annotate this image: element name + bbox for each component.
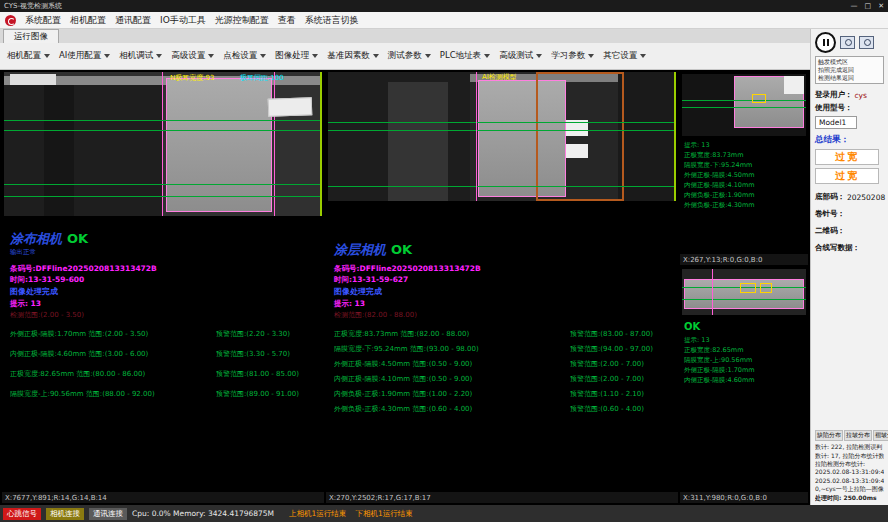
pause-button[interactable] xyxy=(815,32,836,53)
toolbar-btn-image-processing[interactable]: 图像处理 xyxy=(271,47,322,65)
warning-range: 预警范围:(2.00 - 7.00) xyxy=(570,374,674,384)
toolbar-btn-camera-config[interactable]: 相机配置 xyxy=(3,47,54,65)
login-user-value: cys xyxy=(855,91,867,100)
toolbar-btn-camera-debug[interactable]: 相机调试 xyxy=(115,47,166,65)
result-text-middle: 涂层相机 OK 条码号:DFFline2025020813313472B 时间:… xyxy=(326,201,678,492)
overlay-yellow-box xyxy=(752,94,766,103)
measurement-value: 外侧负极-正极:4.30mm 范围:(0.60 - 4.00) xyxy=(334,404,564,414)
warning-range: 预警范围:(83.00 - 87.00) xyxy=(570,329,674,339)
overlay-green-line xyxy=(682,299,806,300)
toolbar-btn-advanced-test[interactable]: 高级测试 xyxy=(495,47,546,65)
trigger-mode-box[interactable]: 触发模式区 拍照完成返回 检测结果返回 xyxy=(815,56,884,84)
trigger-mode-title: 触发模式区 xyxy=(818,58,881,66)
menu-item-language-switch[interactable]: 系统语言切换 xyxy=(305,14,359,27)
pin-number-label: 卷针号： xyxy=(815,209,845,219)
toolbar-btn-plc-table[interactable]: PLC地址表 xyxy=(436,47,494,65)
stats-line: 2025.02.08-13:31:09:46 xyxy=(815,477,884,485)
tab-run-image[interactable]: 运行图像 xyxy=(3,29,59,43)
camera-image-middle[interactable]: AI检测模型 xyxy=(328,72,676,201)
warning-range: 预警范围:(3.30 - 5.70) xyxy=(216,349,320,359)
overlay-magenta-line xyxy=(274,72,275,216)
minimize-button[interactable]: — xyxy=(851,2,858,10)
result-ok-badge: OK xyxy=(684,319,804,335)
overlay-green-line xyxy=(682,107,806,108)
measurement-value: 隔膜宽度-下:95.24mm 范围:(93.00 - 98.00) xyxy=(334,344,564,354)
login-user-label: 登录用户： xyxy=(815,90,853,100)
toolbar-btn-advanced-settings[interactable]: 高级设置 xyxy=(167,47,218,65)
menu-item-view[interactable]: 查看 xyxy=(278,14,296,27)
overlay-yellow-box xyxy=(740,283,756,293)
stats-line: 2025.02.08-13:31:09:45 xyxy=(815,468,884,476)
pixel-coords-bar-left: X:7677,Y:891;R:14,G:14,B:14 xyxy=(2,492,324,503)
preview-column: 提示: 13 正极宽度:83.73mm 隔膜宽度-下:95.24mm 外侧正极-… xyxy=(680,72,808,503)
total-result-value-1: 过宽 xyxy=(815,149,879,165)
toolbar-btn-label: 其它设置 xyxy=(603,50,637,62)
process-status-text: 图像处理完成 xyxy=(334,286,678,299)
pixel-coords-text: X:311,Y:980;R:0,G:0,B:0 xyxy=(683,494,767,502)
pin-number-row: 卷针号： xyxy=(815,209,884,219)
toolbar-btn-ai-config[interactable]: AI使用配置 xyxy=(55,47,114,65)
preview-line: 内侧负极-正极:1.90mm xyxy=(684,190,804,200)
preview-image-top[interactable] xyxy=(682,74,806,136)
camera-icon[interactable] xyxy=(840,36,855,49)
heartbeat-indicator: 心跳信号 xyxy=(3,508,41,520)
toolbar-btn-label: 测试参数 xyxy=(388,50,422,62)
write-data-row: 合线写数据： xyxy=(815,243,884,253)
camera-image-left[interactable]: N极耳宽度:93 极耳间距:100 xyxy=(4,72,322,216)
toolbar-btn-label: PLC地址表 xyxy=(440,50,481,62)
toolbar-btn-learning-params[interactable]: 学习参数 xyxy=(547,47,598,65)
bottom-code-value: 20250208 xyxy=(847,193,885,202)
toolbar-btn-label: 高级设置 xyxy=(171,50,205,62)
stats-tabs: 缺陷分布 拉皱分布 褶皱分布 xyxy=(815,430,884,441)
toolbar-btn-baseline-params[interactable]: 基准因素数 xyxy=(323,47,383,65)
stats-tab-defect[interactable]: 缺陷分布 xyxy=(815,430,843,441)
toolbar-btn-label: AI使用配置 xyxy=(59,50,101,62)
preview-line: 正极宽度:82.65mm xyxy=(684,345,804,355)
pixel-coords-text: X:270,Y:2502;R:17,G:17,B:17 xyxy=(329,494,431,502)
overlay-green-line xyxy=(4,120,322,121)
window-title: CYS-视觉检测系统 xyxy=(4,1,62,11)
menu-item-light-control[interactable]: 光源控制配置 xyxy=(215,14,269,27)
separator-tab xyxy=(268,97,313,117)
preview-line: 外侧负极-正极:4.30mm xyxy=(684,200,804,210)
preview-line: 提示: 13 xyxy=(684,335,804,345)
measurement-value: 内侧正极-隔膜:4.60mm 范围:(3.00 - 6.00) xyxy=(10,349,210,359)
menu-item-camera-config[interactable]: 相机配置 xyxy=(70,14,106,27)
result-text-left: 涂布相机 OK 输出正常 条码号:DFFline2025020813313472… xyxy=(2,216,324,492)
stats-line: 数计: 222, 拉陷检测误判 xyxy=(815,443,884,451)
camera-title: 涂层相机 xyxy=(334,241,386,259)
status-bar: 心跳信号 相机连接 通讯连接 Cpu: 0.0% Memory: 3424.41… xyxy=(0,505,888,522)
model-select[interactable]: Model1 xyxy=(815,116,857,129)
menu-item-io-manual[interactable]: IO手动工具 xyxy=(160,14,206,27)
toolbar-btn-label: 学习参数 xyxy=(551,50,585,62)
time-text: 时间:13-31-59-600 xyxy=(10,274,324,285)
machine-shadow xyxy=(618,72,676,201)
stats-tab-wrinkle[interactable]: 拉皱分布 xyxy=(844,430,872,441)
close-button[interactable]: ✕ xyxy=(878,2,884,10)
preview-line: 隔膜宽度-上:90.56mm xyxy=(684,355,804,365)
preview-line: 正极宽度:83.73mm xyxy=(684,150,804,160)
hint-text: 提示: 13 xyxy=(334,298,678,309)
menu-item-comm-config[interactable]: 通讯配置 xyxy=(115,14,151,27)
bright-spot xyxy=(566,144,588,158)
camera-icon[interactable] xyxy=(859,36,874,49)
camera-connection-indicator: 相机连接 xyxy=(46,508,84,520)
result-ok-badge: OK xyxy=(391,242,412,257)
pixel-coords-bar-preview-bottom: X:311,Y:980;R:0,G:0,B:0 xyxy=(680,492,808,503)
warning-range: 预警范围:(94.00 - 97.00) xyxy=(570,344,674,354)
warning-range: 预警范围:(0.60 - 4.00) xyxy=(570,404,674,414)
toolbar-btn-spot-check[interactable]: 点检设置 xyxy=(219,47,270,65)
overlay-green-line xyxy=(328,130,676,131)
range-note-text: 检测范围:(82.00 - 88.00) xyxy=(334,310,678,321)
menu-item-system-config[interactable]: 系统配置 xyxy=(25,14,61,27)
sidebar-spacer xyxy=(815,253,884,430)
login-user-row: 登录用户： cys xyxy=(815,90,884,100)
stats-text-block: 数计: 222, 拉陷检测误判 数计: 17, 拉陷分布统计数:0, 拉陷检测分… xyxy=(815,443,884,502)
measurement-value: 正极宽度:83.73mm 范围:(82.00 - 88.00) xyxy=(334,329,564,339)
overlay-magenta-line xyxy=(476,72,477,201)
toolbar-btn-other-settings[interactable]: 其它设置 xyxy=(599,47,650,65)
maximize-button[interactable]: □ xyxy=(865,2,872,10)
preview-image-bottom[interactable] xyxy=(682,269,806,315)
stats-tab-fold[interactable]: 褶皱分布 xyxy=(873,430,888,441)
toolbar-btn-test-params[interactable]: 测试参数 xyxy=(384,47,435,65)
